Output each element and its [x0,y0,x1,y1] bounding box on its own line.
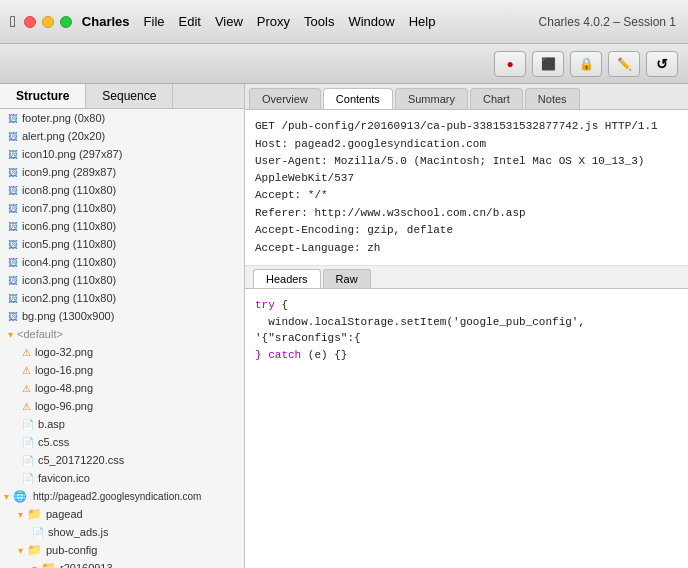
sub-tabs: Headers Raw [245,266,688,289]
list-item[interactable]: 🖼 icon7.png (110x80) [0,199,244,217]
image-icon: 🖼 [8,221,18,232]
apple-logo:  [10,13,16,31]
list-item[interactable]: 🖼 footer.png (0x80) [0,109,244,127]
tab-chart[interactable]: Chart [470,88,523,109]
menu-charles[interactable]: Charles [82,14,130,29]
file-icon: 📄 [22,455,34,466]
list-item[interactable]: 🖼 icon10.png (297x87) [0,145,244,163]
stop-icon: ⬛ [541,57,556,71]
close-button[interactable] [24,16,36,28]
code-keyword: try [255,299,275,311]
menu-window[interactable]: Window [348,14,394,29]
list-item[interactable]: 📄 show_ads.js [0,523,244,541]
sub-tab-headers[interactable]: Headers [253,269,321,288]
sidebar-tabs: Structure Sequence [0,84,244,109]
list-item[interactable]: 🖼 icon8.png (110x80) [0,181,244,199]
list-item[interactable]: 📄 c5.css [0,433,244,451]
folder-icon: ▾ [18,509,23,520]
traffic-lights [24,16,72,28]
request-info: GET /pub-config/r20160913/ca-pub-3381531… [245,110,688,266]
folder-icon: ▾ [32,563,37,569]
list-item-googlesyndication[interactable]: ▾ 🌐 http://pagead2.googlesyndication.com [0,487,244,505]
file-icon: 📄 [22,419,34,430]
list-item[interactable]: 🖼 icon6.png (110x80) [0,217,244,235]
main-area: Structure Sequence 🖼 footer.png (0x80) 🖼… [0,84,688,568]
list-item[interactable]: 🖼 bg.png (1300x900) [0,307,244,325]
menu-view[interactable]: View [215,14,243,29]
list-item[interactable]: 🖼 icon4.png (110x80) [0,253,244,271]
accept-line: Accept: */* [255,187,678,204]
tab-structure[interactable]: Structure [0,84,86,108]
refresh-button[interactable]: ↺ [646,51,678,77]
list-item[interactable]: 📄 b.asp [0,415,244,433]
folder-icon: ▾ [8,329,13,340]
right-tabs: Overview Contents Summary Chart Notes [245,84,688,110]
menu-help[interactable]: Help [409,14,436,29]
list-item[interactable]: 📄 c5_20171220.css [0,451,244,469]
warning-icon: ⚠ [22,347,31,358]
tab-summary[interactable]: Summary [395,88,468,109]
menu-tools[interactable]: Tools [304,14,334,29]
minimize-button[interactable] [42,16,54,28]
menu-edit[interactable]: Edit [179,14,201,29]
language-line: Accept-Language: zh [255,240,678,257]
folder-icon: ▾ [18,545,23,556]
list-item[interactable]: ▾ 📁 r20160913 [0,559,244,568]
list-item[interactable]: 🖼 icon3.png (110x80) [0,271,244,289]
list-item[interactable]: 🖼 alert.png (20x20) [0,127,244,145]
image-icon: 🖼 [8,275,18,286]
maximize-button[interactable] [60,16,72,28]
list-item[interactable]: 📄 favicon.ico [0,469,244,487]
title-bar:  Charles File Edit View Proxy Tools Win… [0,0,688,44]
folder-icon: 📁 [41,561,56,568]
list-item[interactable]: 🖼 icon2.png (110x80) [0,289,244,307]
sub-tab-raw[interactable]: Raw [323,269,371,288]
host-line: Host: pagead2.googlesyndication.com [255,136,678,153]
folder-icon: 📁 [27,543,42,557]
code-catch: catch [268,349,301,361]
image-icon: 🖼 [8,239,18,250]
list-item[interactable]: ▾ 📁 pub-config [0,541,244,559]
compose-icon: ✏️ [617,57,632,71]
image-icon: 🖼 [8,203,18,214]
list-item[interactable]: 🖼 icon9.png (289x87) [0,163,244,181]
menu-proxy[interactable]: Proxy [257,14,290,29]
list-item[interactable]: 🖼 icon5.png (110x80) [0,235,244,253]
refresh-icon: ↺ [656,56,668,72]
ssl-icon: 🔒 [579,57,594,71]
tab-notes[interactable]: Notes [525,88,580,109]
list-item[interactable]: ⚠ logo-16.png [0,361,244,379]
file-icon: 📄 [22,473,34,484]
image-icon: 🖼 [8,293,18,304]
record-icon: ● [506,57,513,71]
file-icon: 📄 [32,527,44,538]
menu-file[interactable]: File [144,14,165,29]
warning-icon: ⚠ [22,383,31,394]
image-icon: 🖼 [8,311,18,322]
image-icon: 🖼 [8,149,18,160]
useragent-line: User-Agent: Mozilla/5.0 (Macintosh; Inte… [255,153,678,186]
ssl-button[interactable]: 🔒 [570,51,602,77]
stop-button[interactable]: ⬛ [532,51,564,77]
encoding-line: Accept-Encoding: gzip, deflate [255,222,678,239]
site-icon: 🌐 [13,490,27,503]
image-icon: 🖼 [8,185,18,196]
record-button[interactable]: ● [494,51,526,77]
compose-button[interactable]: ✏️ [608,51,640,77]
list-item-default[interactable]: ▾ <default> [0,325,244,343]
tab-sequence[interactable]: Sequence [86,84,173,108]
image-icon: 🖼 [8,257,18,268]
tab-contents[interactable]: Contents [323,88,393,109]
warning-icon: ⚠ [22,401,31,412]
list-item[interactable]: ⚠ logo-96.png [0,397,244,415]
tab-overview[interactable]: Overview [249,88,321,109]
list-item[interactable]: ⚠ logo-48.png [0,379,244,397]
list-item[interactable]: ⚠ logo-32.png [0,343,244,361]
referer-line: Referer: http://www.w3school.com.cn/b.as… [255,205,678,222]
folder-icon: 📁 [27,507,42,521]
image-icon: 🖼 [8,113,18,124]
toolbar: ● ⬛ 🔒 ✏️ ↺ [0,44,688,84]
folder-open-icon: ▾ [4,491,9,502]
list-item[interactable]: ▾ 📁 pagead [0,505,244,523]
sidebar-list: 🖼 footer.png (0x80) 🖼 alert.png (20x20) … [0,109,244,568]
